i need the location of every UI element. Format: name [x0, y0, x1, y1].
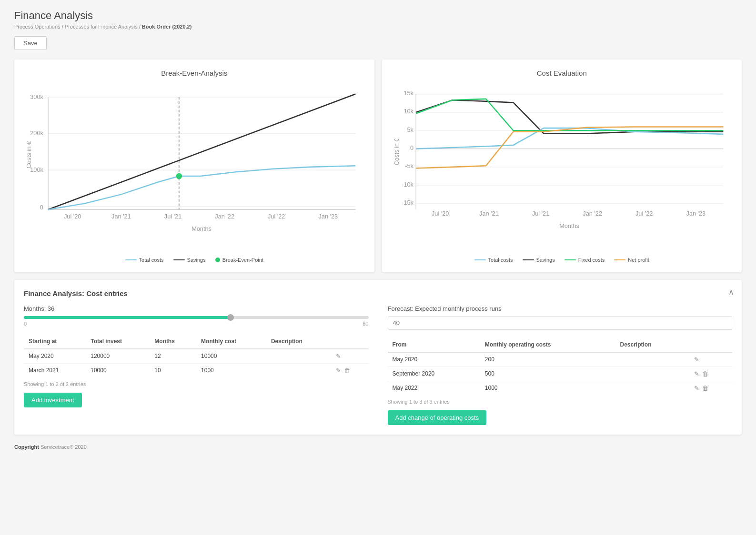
cell-from: May 2022 — [388, 381, 480, 395]
svg-text:Jul '21: Jul '21 — [164, 213, 182, 220]
cell-op-actions: ✎ 🗑 — [688, 381, 732, 395]
legend-net-profit: Net profit — [614, 257, 649, 263]
forecast-label: Forecast: Expected monthly process runs — [388, 305, 733, 312]
cell-from: September 2020 — [388, 367, 480, 381]
cell-actions: ✎ — [330, 349, 368, 364]
legend-label-savings-2: Savings — [536, 257, 555, 263]
forecast-input[interactable] — [388, 316, 733, 330]
legend-line-net-profit — [614, 259, 625, 260]
edit-button[interactable]: ✎ — [336, 353, 341, 360]
legend-savings-2: Savings — [523, 257, 555, 263]
break-even-svg: 300k 200k 100k 0 — [24, 82, 365, 252]
slider-thumb[interactable] — [227, 314, 234, 321]
slider-min-label: 0 — [24, 321, 27, 327]
svg-text:Jul '22: Jul '22 — [635, 210, 653, 217]
footer-bold: Copyright — [14, 444, 39, 450]
footer-text: Servicetrace® 2020 — [39, 444, 87, 450]
edit-op-button-2[interactable]: ✎ — [694, 370, 699, 377]
legend-fixed-costs: Fixed costs — [564, 257, 605, 263]
add-investment-button[interactable]: Add investment — [24, 393, 82, 407]
right-column: Forecast: Expected monthly process runs … — [388, 305, 733, 425]
edit-button-2[interactable]: ✎ — [336, 367, 341, 374]
table-row: May 2022 1000 ✎ 🗑 — [388, 381, 733, 395]
cost-eval-svg: 15k 10k 5k 0 -5k -10k -15k — [392, 82, 733, 252]
cell-total-invest: 10000 — [86, 363, 150, 377]
investments-showing-text: Showing 1 to 2 of 2 entries — [24, 381, 369, 387]
svg-line-10 — [48, 94, 355, 210]
col-months: Months — [150, 334, 196, 349]
legend-line-fixed-costs — [564, 259, 576, 260]
charts-row: Break-Even-Analysis 300k 200k 100k 0 — [14, 59, 742, 272]
cell-monthly-op-cost: 200 — [480, 352, 615, 367]
svg-text:Months: Months — [559, 222, 579, 229]
save-button[interactable]: Save — [14, 36, 47, 50]
cost-eval-chart-title: Cost Evaluation — [392, 69, 733, 77]
svg-text:Jul '20: Jul '20 — [431, 210, 449, 217]
cell-months: 12 — [150, 349, 196, 364]
svg-text:Jan '21: Jan '21 — [479, 210, 499, 217]
finance-analysis-card: Finance Analysis: Cost entries ∧ Months:… — [14, 280, 742, 435]
svg-text:Costs in €: Costs in € — [25, 141, 32, 168]
legend-label-break-even: Break-Even-Point — [222, 257, 263, 263]
table-row: May 2020 200 ✎ — [388, 352, 733, 367]
breadcrumb-part1[interactable]: Process Operations — [14, 24, 60, 30]
cell-starting-at: May 2020 — [24, 349, 86, 364]
collapse-button[interactable]: ∧ — [728, 287, 734, 297]
slider-container[interactable] — [24, 316, 369, 319]
page-container: Finance Analysis Process Operations / Pr… — [0, 0, 756, 459]
cost-eval-chart-area: 15k 10k 5k 0 -5k -10k -15k — [392, 82, 733, 252]
footer: Copyright Servicetrace® 2020 — [14, 444, 742, 450]
operating-costs-table: From Monthly operating costs Description… — [388, 337, 733, 395]
delete-op-button-2[interactable]: 🗑 — [702, 370, 708, 377]
cell-total-invest: 120000 — [86, 349, 150, 364]
edit-op-button-3[interactable]: ✎ — [694, 385, 699, 392]
months-label: Months: 36 — [24, 305, 369, 312]
svg-text:Jan '22: Jan '22 — [583, 210, 602, 217]
breadcrumb-part2[interactable]: Processes for Finance Analysis — [65, 24, 138, 30]
break-even-legend: Total costs Savings Break-Even-Point — [24, 257, 365, 263]
legend-label-total-costs-2: Total costs — [488, 257, 513, 263]
col-description: Description — [266, 334, 330, 349]
break-even-chart-title: Break-Even-Analysis — [24, 69, 365, 77]
cell-op-description — [615, 352, 688, 367]
svg-text:15k: 15k — [403, 89, 413, 97]
svg-text:Jul '20: Jul '20 — [64, 213, 81, 220]
col-total-invest: Total invest — [86, 334, 150, 349]
cell-op-description — [615, 367, 688, 381]
delete-button[interactable]: 🗑 — [344, 367, 350, 374]
slider-max-label: 60 — [363, 321, 368, 327]
investments-table: Starting at Total invest Months Monthly … — [24, 334, 369, 377]
cell-op-description — [615, 381, 688, 395]
svg-point-12 — [176, 173, 182, 179]
legend-line-savings-2 — [523, 259, 534, 260]
legend-label-total-costs: Total costs — [139, 257, 164, 263]
operating-costs-showing-text: Showing 1 to 3 of 3 entries — [388, 399, 733, 405]
legend-line-total-costs — [125, 259, 137, 260]
col-op-description: Description — [615, 337, 688, 352]
edit-op-button-1[interactable]: ✎ — [694, 356, 699, 363]
page-title: Finance Analysis — [14, 10, 742, 22]
legend-label-savings: Savings — [187, 257, 206, 263]
svg-text:10k: 10k — [403, 108, 413, 115]
investments-table-header: Starting at Total invest Months Monthly … — [24, 334, 369, 349]
svg-text:5k: 5k — [407, 126, 413, 133]
two-col-layout: Months: 36 0 60 Starting at Total — [24, 305, 732, 425]
cell-from: May 2020 — [388, 352, 480, 367]
svg-text:0: 0 — [40, 204, 43, 211]
cell-monthly-cost: 1000 — [196, 363, 266, 377]
breadcrumb: Process Operations / Processes for Finan… — [14, 24, 742, 30]
delete-op-button-3[interactable]: 🗑 — [702, 385, 708, 392]
col-actions — [330, 334, 368, 349]
table-row: May 2020 120000 12 10000 ✎ — [24, 349, 369, 364]
svg-text:Costs in €: Costs in € — [393, 139, 400, 166]
svg-text:Jan '23: Jan '23 — [318, 213, 338, 220]
svg-text:Jan '22: Jan '22 — [215, 213, 234, 220]
svg-text:Jul '21: Jul '21 — [532, 210, 549, 217]
col-monthly-operating-costs: Monthly operating costs — [480, 337, 615, 352]
slider-fill — [24, 316, 231, 319]
add-operating-costs-button[interactable]: Add change of operating costs — [388, 410, 487, 425]
col-from: From — [388, 337, 480, 352]
section-title: Finance Analysis: Cost entries — [24, 289, 732, 297]
break-even-chart-area: 300k 200k 100k 0 — [24, 82, 365, 252]
breadcrumb-part3: Book Order (2020.2) — [142, 24, 192, 30]
